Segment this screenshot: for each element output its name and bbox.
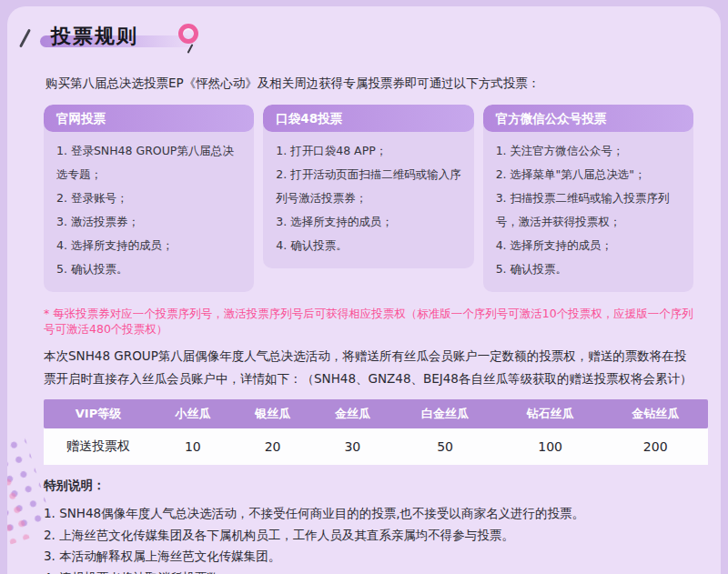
card-steps: 1. 登录SNH48 GROUP第八届总决选专题； 2. 登录账号； 3. 激活… (44, 132, 254, 292)
table-cell: 200 (602, 428, 708, 465)
card-step: 1. 登录SNH48 GROUP第八届总决选专题； (56, 139, 243, 186)
card-title: 官网投票 (44, 105, 254, 132)
title-wrap: 投票规则 (51, 23, 138, 50)
table-header-cell: 小丝瓜 (153, 399, 233, 428)
table-cell: 20 (233, 428, 313, 465)
page-title: 投票规则 (51, 23, 138, 50)
table-cell: 100 (498, 428, 603, 465)
card-step: 1. 打开口袋48 APP； (276, 139, 462, 163)
card-title: 口袋48投票 (263, 105, 473, 132)
rules-content: 投票规则 购买第八届总决选投票EP《怦然心动》及相关周边获得专属投票券即可通过以… (7, 6, 721, 574)
rules-panel: 投票规则 购买第八届总决选投票EP《怦然心动》及相关周边获得专属投票券即可通过以… (7, 6, 721, 574)
table-cell: 10 (153, 428, 233, 465)
card-title: 官方微信公众号投票 (483, 105, 693, 132)
card-step: 2. 登录账号； (56, 186, 243, 210)
vip-table: VIP等级 小丝瓜 银丝瓜 金丝瓜 白金丝瓜 钻石丝瓜 金钻丝瓜 赠送投票权 1… (44, 399, 708, 465)
card-step: 3. 选择所支持的成员； (276, 210, 462, 234)
table-header-cell: 白金丝瓜 (392, 399, 498, 428)
card-steps: 1. 打开口袋48 APP； 2. 打开活动页面扫描二维码或输入序列号激活投票券… (263, 132, 473, 268)
card-step: 2. 打开活动页面扫描二维码或输入序列号激活投票券； (276, 163, 462, 210)
card-wechat: 官方微信公众号投票 1. 关注官方微信公众号； 2. 选择菜单"第八届总决选"；… (483, 105, 693, 292)
special-note-item: 1. SNH48偶像年度人气总决选活动，不接受任何商业目的的投票,也不接受以商家… (44, 503, 693, 525)
card-step: 4. 确认投票。 (276, 234, 462, 257)
card-step: 4. 选择所支持的成员； (496, 234, 682, 257)
card-official-site: 官网投票 1. 登录SNH48 GROUP第八届总决选专题； 2. 登录账号； … (44, 105, 254, 292)
vote-method-cards: 官网投票 1. 登录SNH48 GROUP第八届总决选专题； 2. 登录账号； … (44, 105, 693, 292)
special-notes-heading: 特别说明： (44, 478, 693, 494)
card-step: 4. 选择所支持的成员； (56, 234, 243, 257)
ticket-note: * 每张投票券对应一个投票序列号，激活投票序列号后可获得相应投票权（标准版一个序… (44, 307, 693, 337)
table-header-cell: 银丝瓜 (233, 399, 313, 428)
vip-table-header-row: VIP等级 小丝瓜 银丝瓜 金丝瓜 白金丝瓜 钻石丝瓜 金钻丝瓜 (44, 399, 708, 428)
card-steps: 1. 关注官方微信公众号； 2. 选择菜单"第八届总决选"； 3. 扫描投票二维… (483, 132, 693, 292)
card-step: 2. 选择菜单"第八届总决选"； (496, 163, 682, 186)
table-cell: 50 (392, 428, 498, 465)
special-note-item: 3. 本活动解释权属上海丝芭文化传媒集团。 (44, 546, 693, 568)
table-header-cell: 金丝瓜 (313, 399, 393, 428)
card-step: 3. 激活投票券； (56, 210, 243, 234)
slash-icon (19, 29, 31, 48)
table-header-cell: 钻石丝瓜 (498, 399, 603, 428)
intro-text: 购买第八届总决选投票EP《怦然心动》及相关周边获得专属投票券即可通过以下方式投票… (46, 76, 693, 92)
table-header-cell: VIP等级 (44, 399, 153, 428)
special-note-item: 4. 违规投票者将被取消所投票数。 (44, 568, 693, 574)
ring-icon (178, 24, 198, 44)
section-header: 投票规则 (44, 23, 693, 63)
card-step: 5. 确认投票。 (496, 257, 682, 281)
card-pocket48: 口袋48投票 1. 打开口袋48 APP； 2. 打开活动页面扫描二维码或输入序… (263, 105, 473, 268)
special-note-item: 2. 上海丝芭文化传媒集团及各下属机构员工，工作人员及其直系亲属均不得参与投票。 (44, 525, 693, 547)
gift-info: 本次SNH48 GROUP第八届偶像年度人气总决选活动，将赠送所有丝瓜会员账户一… (44, 345, 693, 390)
table-cell: 30 (313, 428, 393, 465)
card-step: 5. 确认投票。 (56, 257, 243, 281)
table-cell: 赠送投票权 (44, 428, 153, 465)
table-header-cell: 金钻丝瓜 (602, 399, 708, 428)
table-row: 赠送投票权 10 20 30 50 100 200 (44, 428, 708, 465)
card-step: 1. 关注官方微信公众号； (496, 139, 682, 163)
card-step: 3. 扫描投票二维码或输入投票序列号，激活并获得投票权； (496, 186, 682, 234)
